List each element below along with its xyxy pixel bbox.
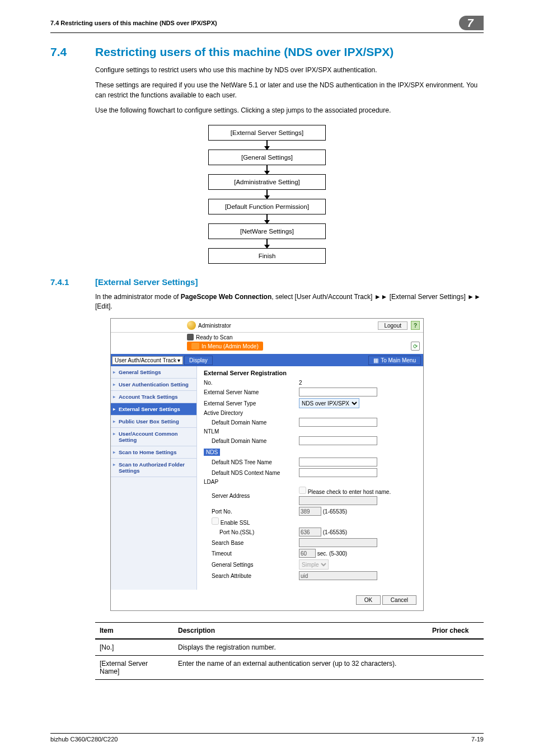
nds-heading: NDS	[204, 449, 220, 456]
timeout-label: Timeout	[204, 550, 299, 557]
ntlm-domain-label: Default Domain Name	[204, 438, 299, 444]
port-ssl-label: Port No.(SSL)	[204, 529, 299, 535]
panel-heading: External Server Registration	[204, 370, 416, 376]
logout-button[interactable]: Logout	[378, 321, 407, 330]
timeout-unit: sec. (5-300)	[317, 550, 347, 557]
ldap-heading: LDAP	[204, 479, 416, 485]
category-select[interactable]: User Auth/Account Track ▾	[112, 356, 183, 365]
search-base-label: Search Base	[204, 540, 299, 546]
running-header-text: 7.4 Restricting users of this machine (N…	[50, 20, 217, 26]
sidebar-item-general[interactable]: General Settings	[111, 366, 196, 379]
sidebar-item-external-server[interactable]: External Server Settings	[111, 403, 196, 416]
category-select-value: User Auth/Account Track	[115, 357, 176, 363]
cell-check	[428, 639, 484, 656]
flow-administrative-setting[interactable]: [Administrative Setting]	[208, 174, 326, 190]
table-row: [No.] Displays the registration number.	[95, 639, 484, 656]
cell-desc: Displays the registration number.	[174, 639, 428, 656]
topbar: Administrator Logout ?	[111, 319, 423, 333]
instr-product: PageScope Web Connection	[181, 293, 271, 301]
port-ssl-range: (1-65535)	[323, 529, 347, 535]
nds-context-input[interactable]	[299, 468, 377, 477]
chevron-down-icon: ▾	[177, 357, 180, 363]
status-ready: Ready to Scan	[196, 334, 233, 340]
printer-icon	[187, 334, 194, 340]
flow-arrow-icon	[266, 214, 268, 223]
web-ui-screenshot: Administrator Logout ? Ready to Scan In …	[110, 318, 424, 611]
th-prior-check: Prior check	[428, 623, 484, 640]
sidebar-item-user-auth[interactable]: User Authentication Setting	[111, 379, 196, 391]
flow-external-server[interactable]: [External Server Settings]	[208, 125, 326, 141]
to-main-menu-label: To Main Menu	[381, 357, 416, 363]
search-attr-input	[299, 571, 377, 580]
timeout-input	[299, 549, 316, 558]
section-title: 7.4Restricting users of this machine (ND…	[50, 45, 484, 59]
cell-item: [External Server Name]	[95, 656, 174, 680]
admin-label: Administrator	[198, 323, 231, 329]
ad-heading: Active Directory	[204, 410, 416, 416]
sidebar-item-scan-to-home[interactable]: Scan to Home Settings	[111, 446, 196, 459]
server-address-label: Server Address	[204, 493, 299, 499]
help-icon[interactable]: ?	[411, 321, 420, 330]
nds-tree-input[interactable]	[299, 458, 377, 466]
ext-type-label: External Server Type	[204, 400, 299, 407]
sidebar-item-user-account-common[interactable]: User/Account Common Setting	[111, 428, 196, 446]
general-settings-select: Simple	[299, 559, 329, 570]
flow-default-function-permission[interactable]: [Default Function Permission]	[208, 199, 326, 214]
footer-model: bizhub C360/C280/C220	[50, 736, 118, 743]
th-description: Description	[174, 623, 428, 640]
flowchart: [External Server Settings] [General Sett…	[208, 125, 326, 264]
cancel-button[interactable]: Cancel	[382, 595, 416, 605]
port-no-label: Port No.	[204, 508, 299, 515]
section-number: 7.4	[50, 45, 95, 59]
menu-grid-icon: ▦	[373, 357, 378, 363]
subsection-title-text: [External Server Settings]	[95, 277, 198, 287]
enable-ssl-label: Enable SSL	[221, 520, 250, 526]
folder-icon	[191, 343, 199, 349]
flow-finish: Finish	[208, 248, 326, 264]
search-base-input	[299, 538, 377, 547]
nav-band: User Auth/Account Track ▾ Display ▦ To M…	[111, 354, 423, 366]
nds-tree-label: Default NDS Tree Name	[204, 459, 299, 465]
subsection-title: 7.4.1[External Server Settings]	[50, 277, 484, 287]
content-panel: External Server Registration No. 2 Exter…	[197, 366, 423, 590]
sidebar-item-scan-to-authorized[interactable]: Scan to Authorized Folder Settings	[111, 459, 196, 477]
nds-context-label: Default NDS Context Name	[204, 470, 299, 476]
ntlm-heading: NTLM	[204, 428, 416, 435]
page-footer: bizhub C360/C280/C220 7-19	[50, 733, 484, 743]
refresh-icon[interactable]: ⟳	[411, 342, 420, 351]
sidebar-item-account-track[interactable]: Account Track Settings	[111, 391, 196, 403]
flow-general-settings[interactable]: [General Settings]	[208, 150, 326, 165]
enable-ssl-checkbox	[212, 517, 219, 525]
running-header: 7.4 Restricting users of this machine (N…	[50, 16, 484, 33]
ntlm-domain-input[interactable]	[299, 436, 377, 445]
sidebar: General Settings User Authentication Set…	[111, 366, 197, 590]
ok-button[interactable]: OK	[356, 595, 381, 605]
footer-page: 7-19	[471, 736, 484, 743]
description-table: Item Description Prior check [No.] Displ…	[95, 622, 484, 680]
to-main-menu-button[interactable]: ▦ To Main Menu	[368, 356, 421, 365]
ad-domain-input[interactable]	[299, 418, 377, 427]
status-area: Ready to Scan In Menu (Admin Mode) ⟳	[184, 333, 423, 354]
no-label: No.	[204, 380, 299, 386]
ext-type-select[interactable]: NDS over IPX/SPX	[299, 398, 359, 408]
intro-p3: Use the following flowchart to configure…	[95, 106, 484, 115]
subsection-instruction: In the administrator mode of PageScope W…	[95, 292, 484, 312]
host-name-checkbox	[299, 487, 306, 494]
ad-domain-label: Default Domain Name	[204, 419, 299, 426]
sidebar-item-public-user-box[interactable]: Public User Box Setting	[111, 416, 196, 428]
cell-item: [No.]	[95, 639, 174, 656]
admin-avatar-icon	[187, 321, 196, 330]
mode-chip: In Menu (Admin Mode)	[187, 342, 263, 351]
table-row: [External Server Name] Enter the name of…	[95, 656, 484, 680]
ext-name-label: External Server Name	[204, 389, 299, 395]
flow-arrow-icon	[266, 190, 268, 199]
flow-netware-settings[interactable]: [NetWare Settings]	[208, 223, 326, 239]
port-ssl-input	[299, 528, 321, 536]
cell-check	[428, 656, 484, 680]
display-button[interactable]: Display	[184, 356, 213, 365]
mode-chip-label: In Menu (Admin Mode)	[202, 343, 259, 349]
ext-name-input[interactable]	[299, 388, 377, 396]
port-no-input	[299, 507, 321, 516]
general-settings-label: General Settings	[204, 562, 299, 568]
intro-p2: These settings are required if you use t…	[95, 81, 484, 100]
